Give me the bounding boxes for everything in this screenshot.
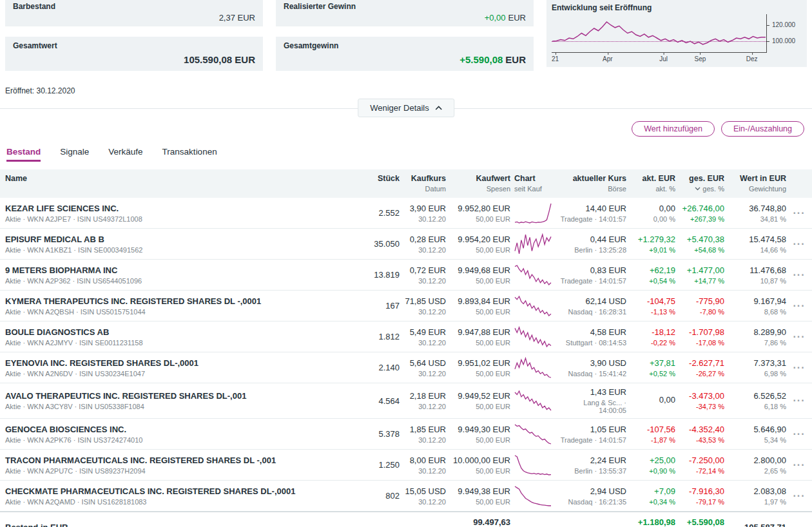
security-name[interactable]: KYMERA THERAPEUTICS INC. REGISTERED SHAR… xyxy=(5,296,361,306)
header-shares[interactable]: Stück xyxy=(361,174,400,183)
header-exchange: Börse xyxy=(554,185,626,193)
header-fees: Spesen xyxy=(446,185,510,193)
realized-gain-unit: EUR xyxy=(508,13,526,23)
security-name[interactable]: 9 METERS BIOPHARMA INC xyxy=(5,265,361,275)
total-change-eur: +1.477,00 xyxy=(675,265,724,275)
fees: 50,00 EUR xyxy=(446,215,510,223)
current-price: 0,44 EUR xyxy=(554,235,626,244)
current-price: 4,58 EUR xyxy=(554,327,626,337)
row-spark-chart xyxy=(514,423,552,445)
day-change-pct: +0,34 % xyxy=(626,498,675,506)
row-spark-chart xyxy=(514,233,552,255)
table-row[interactable]: KEZAR LIFE SCIENCES INC. Aktie · WKN A2J… xyxy=(0,198,812,229)
footer-buy-value: 99.497,63 xyxy=(446,517,510,527)
opened-date: Eröffnet: 30.12.2020 xyxy=(5,86,812,95)
row-menu-button[interactable]: ··· xyxy=(793,395,806,406)
total-change-eur: -4.352,40 xyxy=(675,425,724,434)
buy-value: 9.949,52 EUR xyxy=(446,391,510,401)
row-menu-button[interactable]: ··· xyxy=(793,459,806,470)
shares: 13.819 xyxy=(361,270,400,280)
row-menu-button[interactable]: ··· xyxy=(793,362,806,373)
security-name[interactable]: CHECKMATE PHARMACEUTICALS INC. REGISTERE… xyxy=(5,486,361,496)
shares: 802 xyxy=(361,491,400,501)
table-row[interactable]: BOULE DIAGNOSTICS AB Aktie · WKN A2JMYV … xyxy=(0,321,812,352)
row-spark-chart xyxy=(514,264,552,286)
row-menu-button[interactable]: ··· xyxy=(793,428,806,439)
security-name[interactable]: KEZAR LIFE SCIENCES INC. xyxy=(5,204,361,213)
fees: 50,00 EUR xyxy=(446,339,510,347)
tab-verkaeufe[interactable]: Verkäufe xyxy=(108,147,142,162)
less-details-button[interactable]: Weniger Details xyxy=(358,99,454,117)
shares: 1.250 xyxy=(361,460,400,470)
weighting: 34,81 % xyxy=(724,215,786,223)
buy-value: 9.954,20 EUR xyxy=(446,235,510,244)
row-spark-chart xyxy=(514,326,552,348)
buy-price: 15,05 USD xyxy=(400,486,446,496)
buy-date: 30.12.20 xyxy=(400,308,446,316)
current-price: 1,43 EUR xyxy=(554,387,626,397)
row-spark-chart xyxy=(514,357,552,379)
current-price: 62,14 USD xyxy=(554,296,626,306)
row-menu-button[interactable]: ··· xyxy=(793,300,806,311)
total-change-pct: -43,53 % xyxy=(675,436,724,444)
add-value-button[interactable]: Wert hinzufügen xyxy=(632,121,715,137)
chevron-up-icon xyxy=(435,106,442,110)
header-name[interactable]: Name xyxy=(5,174,361,183)
security-name[interactable]: GENOCEA BIOSCIENCES INC. xyxy=(5,425,361,434)
table-row[interactable]: AVALO THERAPEUTICS INC. REGISTERED SHARE… xyxy=(0,383,812,419)
performance-chart-card: Entwicklung seit Eröffnung 120.000 100.0… xyxy=(546,0,807,67)
current-price: 2,94 USD xyxy=(554,486,626,496)
performance-chart-plot xyxy=(552,14,767,53)
security-name[interactable]: EYENOVIA INC. REGISTERED SHARES DL-,0001 xyxy=(5,358,361,368)
row-menu-button[interactable]: ··· xyxy=(793,331,806,342)
deposit-withdraw-button[interactable]: Ein-/Auszahlung xyxy=(721,121,804,137)
chart-x-label: 21 xyxy=(552,55,559,62)
tab-transaktionen[interactable]: Transaktionen xyxy=(162,147,217,162)
chart-x-axis: 21 Apr Jul Sep Dez xyxy=(552,55,767,63)
day-change-eur: +62,19 xyxy=(626,265,675,275)
shares: 167 xyxy=(361,301,400,311)
security-name[interactable]: BOULE DIAGNOSTICS AB xyxy=(5,327,361,337)
header-value-eur[interactable]: Wert in EUR xyxy=(724,174,786,183)
exchange-time: Tradegate · 14:01:57 xyxy=(554,277,626,285)
sort-descending-icon[interactable] xyxy=(695,187,701,191)
buy-value: 9.947,88 EUR xyxy=(446,327,510,337)
row-spark-chart xyxy=(514,202,552,224)
header-current-price[interactable]: aktueller Kurs xyxy=(554,174,626,183)
header-day-change-eur[interactable]: akt. EUR xyxy=(626,174,675,183)
row-menu-button[interactable]: ··· xyxy=(793,207,806,218)
header-buy-price[interactable]: Kaufkurs xyxy=(400,174,446,183)
realized-gain-label: Realisierter Gewinn xyxy=(284,2,526,11)
header-total-change-eur[interactable]: ges. EUR xyxy=(675,174,724,183)
table-row[interactable]: GENOCEA BIOSCIENCES INC. Aktie · WKN A2P… xyxy=(0,419,812,450)
security-name[interactable]: TRACON PHARMACEUTICALS INC. REGISTERED S… xyxy=(5,455,361,465)
tab-signale[interactable]: Signale xyxy=(60,147,89,162)
row-menu-button[interactable]: ··· xyxy=(793,269,806,280)
total-change-eur: -3.473,00 xyxy=(675,391,724,401)
table-row[interactable]: KYMERA THERAPEUTICS INC. REGISTERED SHAR… xyxy=(0,291,812,321)
row-menu-button[interactable]: ··· xyxy=(793,490,806,501)
table-row[interactable]: CHECKMATE PHARMACEUTICALS INC. REGISTERE… xyxy=(0,481,812,512)
table-row[interactable]: TRACON PHARMACEUTICALS INC. REGISTERED S… xyxy=(0,450,812,481)
header-since-buy: seit Kauf xyxy=(514,185,554,193)
table-row[interactable]: 9 METERS BIOPHARMA INC Aktie · WKN A2P36… xyxy=(0,260,812,291)
buy-date: 30.12.20 xyxy=(400,339,446,347)
total-change-pct: +267,39 % xyxy=(675,215,724,223)
day-change-pct: -1,87 % xyxy=(626,436,675,444)
security-info: Aktie · WKN A2JMYV · ISIN SE0011231158 xyxy=(5,339,361,347)
fees: 50,00 EUR xyxy=(446,308,510,316)
total-change-eur: -7.916,30 xyxy=(675,486,724,496)
security-info: Aktie · WKN A3CY8V · ISIN US05338F1084 xyxy=(5,403,361,410)
header-buy-value[interactable]: Kaufwert xyxy=(446,174,510,183)
exchange-time: Lang & Sc... · 14:00:05 xyxy=(554,399,626,414)
total-change-eur: +5.470,38 xyxy=(675,235,724,244)
table-row[interactable]: EYENOVIA INC. REGISTERED SHARES DL-,0001… xyxy=(0,352,812,383)
table-row[interactable]: EPISURF MEDICAL AB B Aktie · WKN A1KBZ1 … xyxy=(0,229,812,260)
row-menu-button[interactable]: ··· xyxy=(793,238,806,249)
holdings-table: Name Stück Kaufkurs Datum Kaufwert Spese… xyxy=(0,169,812,527)
buy-price: 5,64 USD xyxy=(400,358,446,368)
security-name[interactable]: AVALO THERAPEUTICS INC. REGISTERED SHARE… xyxy=(5,391,361,401)
security-name[interactable]: EPISURF MEDICAL AB B xyxy=(5,235,361,244)
cash-label: Barbestand xyxy=(13,2,255,11)
tab-bestand[interactable]: Bestand xyxy=(6,147,41,162)
